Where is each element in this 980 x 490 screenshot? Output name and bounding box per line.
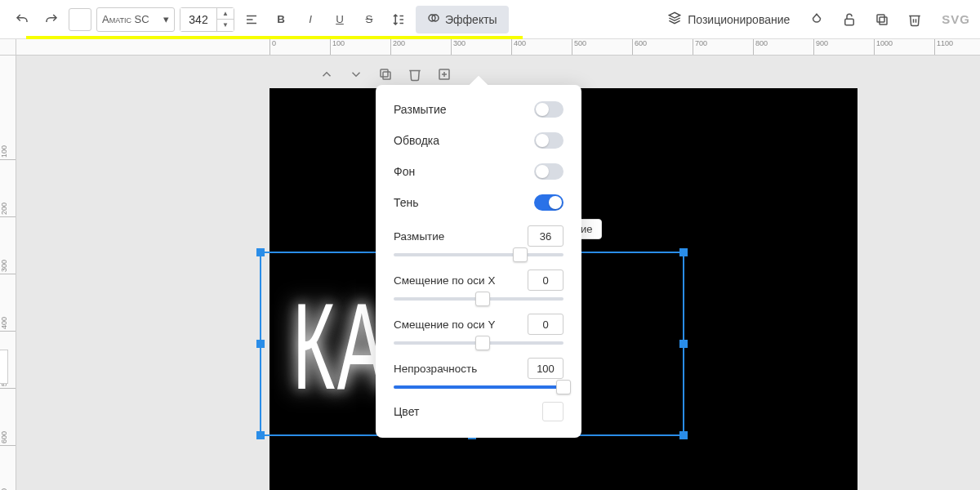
effects-panel: Размытие Обводка Фон Тень Размытие [376, 85, 581, 438]
ruler-h-tick: 0 [270, 39, 276, 55]
text-color-picker[interactable] [69, 8, 91, 31]
lock-button[interactable] [837, 7, 862, 32]
opacity-button[interactable] [804, 7, 829, 32]
shadow-blur-input[interactable] [528, 225, 564, 247]
effect-blur-toggle[interactable] [534, 101, 564, 118]
underline-button[interactable]: U [327, 7, 352, 32]
effect-stroke-toggle[interactable] [534, 132, 564, 149]
duplicate-button[interactable] [870, 7, 894, 32]
effect-shadow-toggle[interactable] [534, 194, 564, 211]
effect-background-label: Фон [394, 165, 415, 178]
shadow-offsetx-label: Смещение по оси X [394, 274, 495, 287]
shadow-opacity-label: Непрозрачность [394, 363, 477, 375]
context-duplicate-button[interactable] [373, 62, 398, 87]
selection-handle-mr[interactable] [679, 340, 688, 348]
chevron-down-icon: ▾ [163, 13, 169, 25]
strikethrough-button[interactable]: S [357, 7, 381, 32]
toolbar-right: Позиционирование SVG [662, 7, 970, 32]
effects-button[interactable]: Эффекты [416, 6, 509, 33]
shadow-color-swatch[interactable] [542, 402, 564, 421]
shadow-offsetx-row: Смещение по оси X [394, 270, 564, 301]
ruler-h-tick: 100 [330, 39, 345, 55]
shadow-blur-slider[interactable] [394, 253, 564, 256]
positioning-button[interactable]: Позиционирование [662, 8, 796, 30]
positioning-label: Позиционирование [688, 13, 790, 26]
ruler-h-tick: 800 [753, 39, 768, 55]
ruler-h-tick: 200 [390, 39, 405, 55]
ruler-v-tick: 200 [0, 203, 16, 217]
effect-background-toggle[interactable] [534, 163, 564, 180]
ruler-vertical[interactable]: 100200300400500600700800 [0, 56, 16, 490]
ruler-h-tick: 400 [511, 39, 526, 55]
shadow-offsety-slider[interactable] [394, 341, 564, 345]
effect-shadow-label: Тень [394, 196, 419, 209]
shadow-offsety-input[interactable] [528, 314, 564, 335]
effect-row-background: Фон [394, 163, 564, 180]
italic-button[interactable]: I [298, 7, 323, 32]
context-delete-button[interactable] [403, 62, 427, 87]
ruler-horizontal[interactable]: 010020030040050060070080090010001100 [16, 39, 980, 56]
selection-handle-br[interactable] [679, 431, 688, 439]
font-family-select[interactable]: Amatic SC ▾ [96, 7, 175, 32]
shadow-color-label: Цвет [394, 405, 419, 418]
ruler-h-tick: 1000 [874, 39, 893, 55]
ruler-h-tick: 500 [572, 39, 586, 55]
ruler-h-tick: 1100 [934, 39, 953, 55]
font-size-down-button[interactable]: ▼ [217, 20, 234, 31]
effects-label: Эффекты [445, 13, 497, 26]
ruler-v-tick: 300 [0, 260, 16, 274]
shadow-blur-label: Размытие [394, 230, 444, 243]
font-size-spinner: ▲ ▼ [216, 8, 234, 31]
selection-handle-bl[interactable] [256, 431, 265, 439]
selection-handle-tr[interactable] [679, 248, 688, 256]
shadow-offsetx-slider[interactable] [394, 297, 564, 301]
shadow-offsety-row: Смещение по оси Y [394, 314, 564, 345]
side-tab-handle[interactable] [0, 350, 8, 384]
effect-row-stroke: Обводка [394, 132, 564, 149]
workspace: 010020030040050060070080090010001100 100… [0, 39, 980, 490]
ruler-v-tick: 600 [0, 431, 16, 446]
font-name-label: Amatic SC [102, 13, 149, 25]
ruler-h-tick: 900 [813, 39, 828, 55]
shadow-offsetx-input[interactable] [528, 270, 564, 291]
svg-marker-8 [670, 12, 680, 18]
main-toolbar: Amatic SC ▾ ▲ ▼ B I U S Эффекты Позицион… [0, 0, 980, 39]
undo-button[interactable] [10, 7, 34, 32]
canvas-context-toolbar [314, 62, 457, 87]
font-size-control: ▲ ▼ [180, 7, 234, 32]
ruler-h-tick: 700 [693, 39, 707, 55]
bold-button[interactable]: B [269, 7, 293, 32]
shadow-offsety-label: Смещение по оси Y [394, 318, 495, 331]
svg-rect-10 [880, 17, 887, 24]
svg-rect-11 [877, 15, 884, 22]
font-size-input[interactable] [180, 8, 216, 31]
highlight-underline [26, 36, 523, 39]
line-height-button[interactable] [386, 7, 411, 32]
shadow-color-row: Цвет [394, 402, 564, 421]
context-add-button[interactable] [432, 62, 457, 87]
delete-button[interactable] [902, 7, 927, 32]
selection-handle-ml[interactable] [256, 340, 265, 348]
font-size-up-button[interactable]: ▲ [217, 8, 234, 20]
ruler-corner [0, 39, 16, 56]
ruler-v-tick: 100 [0, 145, 16, 160]
shadow-opacity-input[interactable] [528, 358, 564, 379]
shadow-opacity-slider[interactable] [394, 385, 564, 389]
shadow-opacity-row: Непрозрачность [394, 358, 564, 389]
svg-rect-9 [845, 19, 854, 25]
shadow-blur-row: Размытие [394, 225, 564, 256]
ruler-v-tick: 400 [0, 317, 16, 332]
svg-rect-12 [383, 72, 390, 79]
ruler-h-tick: 300 [451, 39, 466, 55]
toolbar-left: Amatic SC ▾ ▲ ▼ B I U S Эффекты [10, 6, 509, 33]
redo-button[interactable] [39, 7, 64, 32]
layers-icon [668, 11, 681, 27]
effect-stroke-label: Обводка [394, 134, 439, 147]
move-up-button[interactable] [314, 62, 339, 87]
align-button[interactable] [239, 7, 264, 32]
effect-blur-label: Размытие [394, 103, 447, 116]
svg-badge: SVG [942, 12, 970, 26]
svg-rect-13 [381, 69, 388, 77]
move-down-button[interactable] [344, 62, 368, 87]
selection-handle-tl[interactable] [256, 248, 265, 256]
